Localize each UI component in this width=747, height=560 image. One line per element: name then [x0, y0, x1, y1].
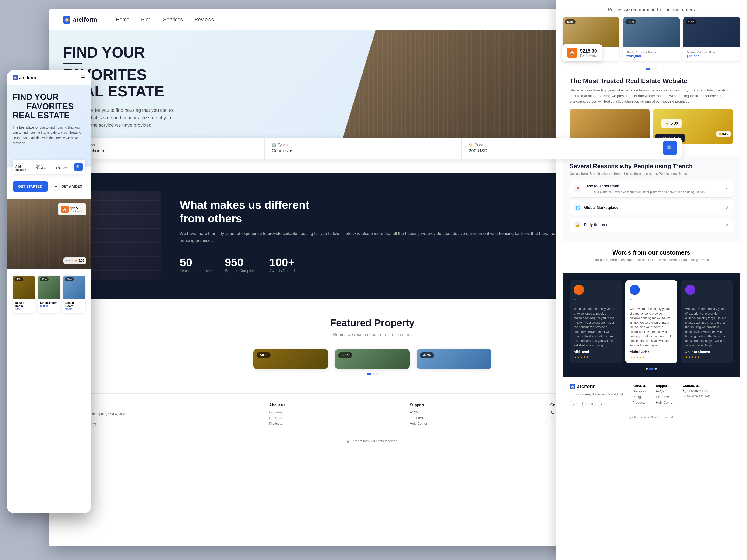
mobile-card-price-3: $80K — [66, 308, 83, 311]
testimonials-title: Words from our customers — [570, 249, 733, 256]
price-field[interactable]: 🏷️ Price 200 USD — [462, 138, 658, 159]
right-footer-contact: Contact us 📞 +1 (210) 351 503 ✉️ hello@a… — [683, 384, 712, 407]
hero-title-line1: FIND YOUR — [63, 44, 145, 61]
dark-title-line1: What makes us different — [180, 199, 309, 211]
types-value-text: Condos — [272, 148, 288, 154]
testimonial-stars-2: ★★★★★ — [629, 355, 673, 359]
mobile-card-image-2: 30% — [38, 275, 60, 299]
right-footer-help[interactable]: Help Center — [656, 401, 673, 404]
testimonials-section: Words from our customers Our plurm, Bren… — [563, 242, 740, 273]
test-dot-2[interactable] — [649, 368, 654, 370]
footer-our-story[interactable]: Our story — [269, 410, 400, 414]
right-footer-phone: 📞 +1 (210) 351 503 — [683, 390, 712, 393]
mobile-price-info: $215.00 For A Month — [71, 206, 83, 213]
mobile-types-field: Types Condos — [36, 164, 52, 170]
hamburger-menu[interactable]: ☰ — [81, 75, 85, 81]
mobile-card-name-3: Deluxe Room — [66, 301, 83, 308]
right-footer: 🏠 arciform 5 E Franklin Ave, Minneapolis… — [563, 377, 740, 426]
nav-link-reviews[interactable]: Reviews — [195, 17, 214, 23]
right-social-4[interactable]: ig — [598, 400, 604, 407]
mobile-card-name-1: Deluxe Room — [15, 301, 33, 308]
test-dot-1[interactable] — [646, 368, 648, 370]
reason-item-3-left: 🔒 Fully Secured — [574, 221, 609, 229]
mobile-price-badge: 🏠 $215.00 For A Month — [58, 203, 86, 215]
mobile-search-button[interactable]: 🔍 — [74, 163, 83, 171]
nav-link-services[interactable]: Services — [163, 17, 183, 23]
location-field[interactable]: 📍 Location Add location ▼ — [68, 138, 265, 159]
footer-features[interactable]: Features — [410, 416, 541, 420]
avatar-2 — [629, 285, 640, 295]
footer-help-center[interactable]: Help Center — [410, 422, 541, 425]
social-instagram[interactable]: ig — [91, 420, 98, 427]
stat-projects-number: 950 — [225, 256, 255, 269]
trusted-rating-badge: ★ 5.00 — [716, 131, 731, 137]
mobile-card-image-1: 50% — [12, 275, 35, 299]
dot-3[interactable] — [376, 373, 378, 375]
right-social-2[interactable]: f — [579, 400, 586, 407]
testimonial-text-2: We have more than fifty years of experie… — [629, 306, 673, 348]
stat-years: 50 Year of experience — [180, 256, 211, 273]
mobile-types-label: Types — [36, 164, 52, 167]
avatar-3 — [685, 285, 695, 295]
mobile-hero-title: FIND YOUR FAVORITES REAL ESTATE — [12, 92, 85, 120]
trusted-star-icon: ★ — [719, 132, 722, 136]
stat-years-label: Year of experience — [180, 269, 211, 273]
search-button[interactable]: 🔍 — [663, 141, 677, 155]
footer-about: About us Our story Designer Products — [269, 403, 400, 427]
right-footer-faq[interactable]: FAQ's — [656, 390, 673, 393]
footer-products[interactable]: Products — [269, 422, 400, 425]
mobile-hero: FIND YOUR FAVORITES REAL ESTATE The best… — [7, 85, 91, 167]
reason-label-1: Easy to Understand — [584, 184, 705, 188]
reason-item-2[interactable]: 🌐 Global Marketplace ∨ — [570, 201, 733, 215]
right-footer-contact-title: Contact us — [683, 384, 712, 388]
rooms-recommend-title: Rooms we recommend For our customers — [563, 7, 740, 12]
right-footer-products[interactable]: Products — [633, 401, 647, 404]
footer-address: 5 E Franklin Ave, Minneapolis, 55404, US… — [63, 411, 260, 417]
footer-social: t f in ig — [63, 420, 260, 427]
mobile-location-label: Location — [16, 162, 32, 165]
right-footer-designer[interactable]: Designer — [633, 395, 647, 399]
room-dot-1[interactable] — [646, 69, 650, 70]
right-footer-features[interactable]: Features — [656, 395, 673, 399]
types-icon-label: 🏢 Types — [272, 143, 455, 147]
mobile-get-video-button[interactable]: ▶ GET A VIDEO — [52, 183, 82, 190]
room-dot-3[interactable] — [655, 69, 657, 70]
mobile-price-sub: For A Month — [71, 210, 83, 213]
right-footer-phone-num: +1 (210) 351 503 — [687, 390, 709, 393]
types-field[interactable]: 🏢 Types Condos ▼ — [265, 138, 462, 159]
room-price-2: $305,000 — [626, 54, 676, 58]
nav-link-blog[interactable]: Blog — [141, 17, 152, 23]
property-card-2: 30% Single Contract Room $305,000 — [335, 349, 410, 369]
right-social-1[interactable]: t — [570, 400, 576, 407]
nav-link-home[interactable]: Home — [116, 17, 130, 23]
rating-value: 5.00 — [671, 121, 678, 126]
right-panel: Rooms we recommend For our customers 50%… — [556, 0, 747, 560]
footer-brand: 🏠 arciform 5 E Franklin Ave, Minneapolis… — [63, 403, 260, 427]
mobile-mockup: 🏠 arciform ☰ FIND YOUR FAVORITES REAL ES… — [7, 70, 91, 513]
mobile-card-badge-2: 30% — [40, 277, 49, 281]
reason-item-1[interactable]: 📍 Easy to Understand Our platform, Brens… — [570, 180, 733, 197]
mobile-price-value: 200 USD — [56, 167, 72, 170]
reason-item-3[interactable]: 🔒 Fully Secured ∨ — [570, 218, 733, 232]
dot-2[interactable] — [373, 373, 375, 375]
mobile-get-started-button[interactable]: GET STARTED — [12, 181, 48, 192]
right-footer-brand: 🏠 arciform 5 E Franklin Ave, Minneapolis… — [570, 384, 623, 407]
right-footer-story[interactable]: Our story — [633, 390, 647, 393]
mobile-location-field: Location Add location — [16, 162, 32, 171]
room-dot-2[interactable] — [652, 69, 654, 70]
mobile-star-icon: ★ — [75, 259, 78, 263]
right-footer-social: t f in ig — [570, 400, 623, 407]
reasons-title: Several Reasons why People using Trench — [570, 163, 733, 170]
footer-designer[interactable]: Designer — [269, 416, 400, 420]
mobile-property-cards: 50% Deluxe Room $45K 30% Single Room $30… — [12, 275, 85, 313]
stat-awards: 100+ Awards Gained — [269, 256, 295, 273]
dot-1[interactable] — [367, 373, 371, 375]
footer-faq[interactable]: FAQ's — [410, 410, 541, 414]
right-social-3[interactable]: in — [588, 400, 595, 407]
mobile-prop-card-1: 50% Deluxe Room $45K — [12, 275, 35, 313]
testimonial-stars-1: ★★★★★ — [574, 355, 617, 359]
test-dot-3[interactable] — [655, 368, 657, 370]
location-icon-label: 📍 Location — [75, 143, 257, 147]
mobile-price-text: $215.00 — [71, 206, 83, 210]
mobile-featured-section: 50% Deluxe Room $45K 30% Single Room $30… — [7, 269, 91, 320]
